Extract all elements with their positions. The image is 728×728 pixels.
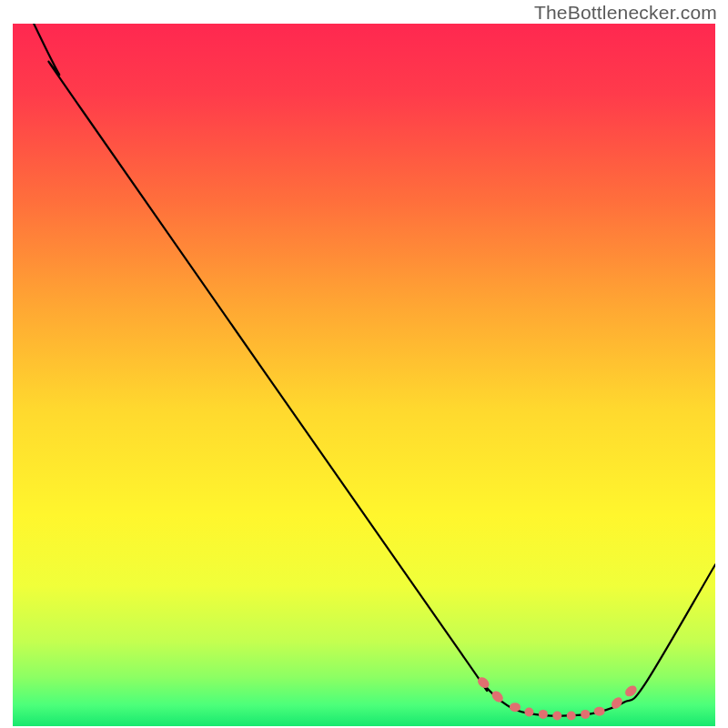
well-marker xyxy=(524,708,533,717)
gradient-background xyxy=(13,24,715,726)
watermark-text: TheBottlenecker.com xyxy=(534,2,717,24)
chart-container: TheBottlenecker.com xyxy=(0,0,728,728)
well-marker xyxy=(539,710,548,719)
well-marker xyxy=(552,711,561,720)
chart-svg xyxy=(13,24,715,726)
well-marker xyxy=(581,710,590,719)
well-marker xyxy=(567,711,576,720)
plot-area xyxy=(13,24,715,726)
well-marker xyxy=(510,703,521,712)
well-marker xyxy=(594,707,605,716)
